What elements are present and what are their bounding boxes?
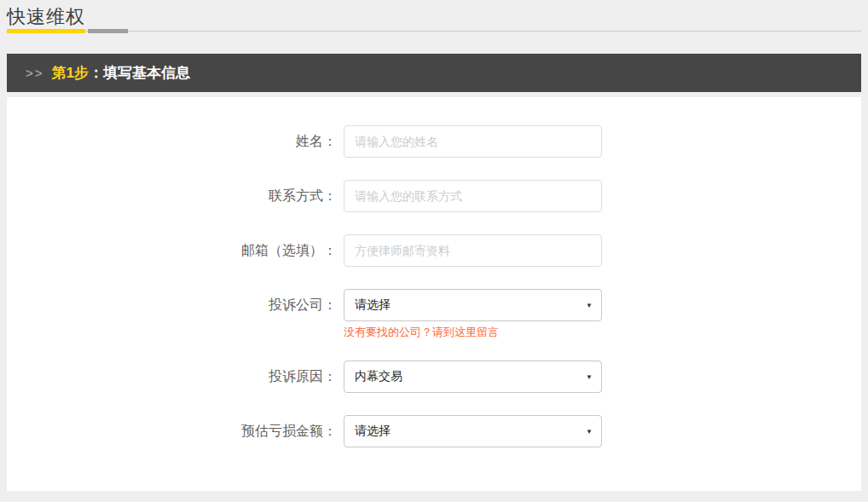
company-field-control: 请选择 ▼ 没有要找的公司？请到这里留言 bbox=[344, 289, 602, 338]
contact-field-label: 联系方式： bbox=[7, 180, 344, 212]
page-title: 快速维权 bbox=[7, 5, 861, 29]
divider-line bbox=[7, 31, 861, 32]
form-row: 联系方式： bbox=[7, 180, 861, 212]
step-number: 第1步 bbox=[52, 63, 89, 83]
reason-field-control: 内幕交易 ▼ bbox=[344, 361, 602, 393]
loss-amount-field-label: 预估亏损金额： bbox=[7, 415, 344, 447]
name-input[interactable] bbox=[344, 125, 602, 158]
step-header-bar: >> 第1步 ： 填写基本信息 bbox=[7, 54, 861, 92]
reason-field-label: 投诉原因： bbox=[7, 361, 344, 393]
chevron-down-icon: ▼ bbox=[586, 302, 593, 309]
title-underline bbox=[7, 29, 861, 34]
company-field-label: 投诉公司： bbox=[7, 289, 344, 321]
name-field-label: 姓名： bbox=[7, 125, 344, 158]
reason-select-value: 内幕交易 bbox=[355, 369, 402, 384]
gray-underline-segment bbox=[88, 29, 128, 33]
email-input[interactable] bbox=[344, 234, 602, 267]
form-panel: 姓名： 联系方式： 邮箱（选填）： 投诉公司： 请选择 ▼ bbox=[7, 97, 861, 491]
loss-amount-select[interactable]: 请选择 ▼ bbox=[344, 415, 602, 447]
loss-amount-field-control: 请选择 ▼ bbox=[344, 415, 602, 447]
name-field-control bbox=[344, 125, 602, 158]
page-header: 快速维权 bbox=[7, 0, 861, 34]
chevron-down-icon: ▼ bbox=[586, 373, 593, 381]
form-row: 投诉公司： 请选择 ▼ 没有要找的公司？请到这里留言 bbox=[7, 289, 861, 338]
form-row: 姓名： bbox=[7, 125, 861, 158]
email-field-label: 邮箱（选填）： bbox=[7, 234, 344, 267]
step-separator: ： bbox=[89, 63, 103, 83]
email-field-control bbox=[344, 234, 602, 267]
contact-field-control bbox=[344, 180, 602, 212]
chevron-down-icon: ▼ bbox=[586, 428, 593, 436]
company-select[interactable]: 请选择 ▼ bbox=[344, 289, 602, 321]
yellow-underline-segment bbox=[7, 29, 85, 33]
loss-amount-select-value: 请选择 bbox=[355, 424, 391, 439]
double-chevron-icon: >> bbox=[26, 66, 44, 80]
contact-input[interactable] bbox=[344, 180, 602, 212]
form-row: 投诉原因： 内幕交易 ▼ bbox=[7, 361, 861, 393]
form-row: 邮箱（选填）： bbox=[7, 234, 861, 267]
company-select-value: 请选择 bbox=[355, 297, 391, 313]
reason-select[interactable]: 内幕交易 ▼ bbox=[344, 361, 602, 393]
company-missing-link[interactable]: 没有要找的公司？请到这里留言 bbox=[344, 326, 602, 338]
step-title: 填写基本信息 bbox=[103, 63, 190, 83]
form-row: 预估亏损金额： 请选择 ▼ bbox=[7, 415, 861, 447]
page: 快速维权 >> 第1步 ： 填写基本信息 姓名： 联系方式： 邮箱（选填）： bbox=[7, 0, 861, 491]
